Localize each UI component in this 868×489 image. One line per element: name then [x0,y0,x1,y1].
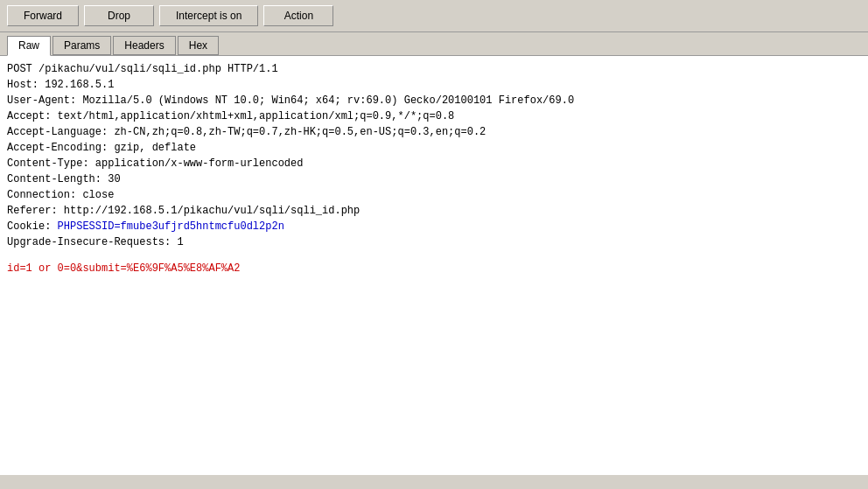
referer-header: Referer: http://192.168.5.1/pikachu/vul/… [7,203,861,219]
intercept-button[interactable]: Intercept is on [159,5,258,26]
cookie-name: PHPSESSID [58,220,115,233]
accept-encoding-header: Accept-Encoding: gzip, deflate [7,140,861,156]
upgrade-insecure-header: Upgrade-Insecure-Requests: 1 [7,234,861,250]
cookie-prefix: Cookie: [7,220,58,233]
host-header: Host: 192.168.5.1 [7,77,861,93]
body-separator [7,250,861,261]
forward-button[interactable]: Forward [7,5,79,26]
cookie-header: Cookie: PHPSESSID=fmube3ufjrd5hntmcfu0dl… [7,219,861,234]
tab-params[interactable]: Params [52,36,111,55]
accept-language-header: Accept-Language: zh-CN,zh;q=0.8,zh-TW;q=… [7,124,861,140]
request-line: POST /pikachu/vul/sqli/sqli_id.php HTTP/… [7,61,861,77]
request-body: id=1 or 0=0&submit=%E6%9F%A5%E8%AF%A2 [7,261,861,276]
tab-bar: Raw Params Headers Hex [0,32,868,56]
tab-hex[interactable]: Hex [178,36,219,55]
content-type-header: Content-Type: application/x-www-form-url… [7,156,861,171]
content-length-header: Content-Length: 30 [7,171,861,187]
drop-button[interactable]: Drop [84,5,154,26]
request-content[interactable]: POST /pikachu/vul/sqli/sqli_id.php HTTP/… [0,56,868,475]
toolbar: Forward Drop Intercept is on Action [0,0,868,32]
tab-raw[interactable]: Raw [7,36,51,56]
user-agent-header: User-Agent: Mozilla/5.0 (Windows NT 10.0… [7,93,861,108]
action-button[interactable]: Action [263,5,333,26]
connection-header: Connection: close [7,187,861,203]
cookie-value: =fmube3ufjrd5hntmcfu0dl2p2n [114,220,284,233]
tab-headers[interactable]: Headers [113,36,175,55]
accept-header: Accept: text/html,application/xhtml+xml,… [7,108,861,124]
